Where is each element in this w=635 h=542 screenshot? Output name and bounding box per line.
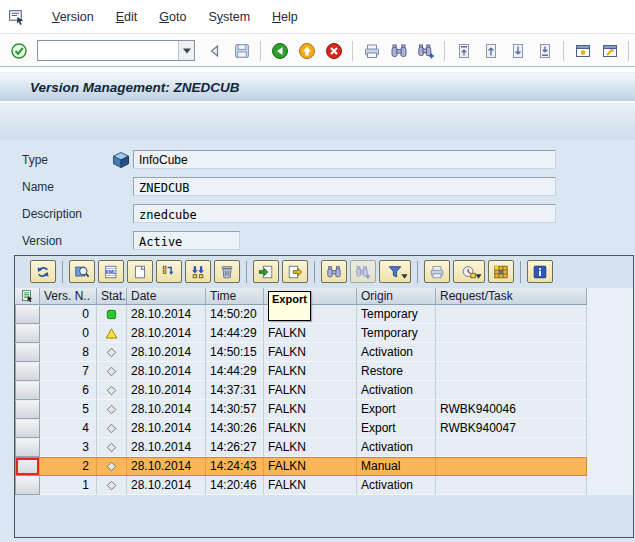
cell-time[interactable]: 14:26:27 [206, 438, 264, 457]
column-header-request_task[interactable]: Request/Task [436, 288, 587, 305]
find-button[interactable] [321, 260, 347, 283]
cell-request_task[interactable]: RWBK940047 [436, 419, 587, 438]
name-field[interactable]: ZNEDCUB [133, 177, 556, 196]
cell-date[interactable]: 28.10.2014 [127, 381, 206, 400]
row-selector[interactable] [15, 305, 40, 324]
menu-edit[interactable]: Edit [105, 7, 149, 27]
cell-exported_by[interactable]: FALKN [264, 438, 357, 457]
cell-version[interactable]: 1 [40, 476, 97, 495]
cell-exported_by[interactable]: FALKN [264, 457, 357, 476]
cell-request_task[interactable]: RWBK940046 [436, 400, 587, 419]
create-shortcut-button[interactable] [597, 39, 622, 63]
print-button[interactable] [359, 39, 384, 63]
cell-status[interactable] [97, 457, 127, 476]
cell-version[interactable]: 7 [40, 362, 97, 381]
row-selector[interactable] [15, 400, 40, 419]
cell-time[interactable]: 14:20:46 [206, 476, 264, 495]
menu-help[interactable]: Help [261, 7, 309, 27]
cell-origin[interactable]: Activation [357, 343, 436, 362]
print-button[interactable] [424, 260, 450, 283]
cell-date[interactable]: 28.10.2014 [127, 400, 206, 419]
cell-version[interactable]: 4 [40, 419, 97, 438]
command-dropdown-button[interactable] [178, 41, 194, 60]
cell-request_task[interactable] [436, 476, 587, 495]
cell-origin[interactable]: Temporary [357, 324, 436, 343]
cell-request_task[interactable] [436, 324, 587, 343]
cell-time[interactable]: 14:30:26 [206, 419, 264, 438]
create-version-button[interactable] [127, 260, 153, 283]
insert-version-button[interactable] [185, 260, 211, 283]
column-header-date[interactable]: Date [127, 288, 206, 305]
page-down-button[interactable] [505, 39, 530, 63]
cell-version[interactable]: 0 [40, 324, 97, 343]
export-version-button[interactable] [282, 260, 308, 283]
cell-version[interactable]: 0 [40, 305, 97, 324]
cell-date[interactable]: 28.10.2014 [127, 305, 206, 324]
new-session-button[interactable] [570, 39, 595, 63]
copy-version-button[interactable] [156, 260, 182, 283]
cell-time[interactable]: 14:24:43 [206, 457, 264, 476]
cell-origin[interactable]: Temporary [357, 305, 436, 324]
cell-status[interactable] [97, 305, 127, 324]
row-selector[interactable] [15, 381, 40, 400]
cancel-button[interactable] [321, 39, 346, 63]
cell-time[interactable]: 14:30:57 [206, 400, 264, 419]
save-button[interactable] [229, 39, 254, 63]
row-selector[interactable] [15, 438, 40, 457]
row-selector[interactable] [15, 419, 40, 438]
cell-date[interactable]: 28.10.2014 [127, 419, 206, 438]
cell-status[interactable] [97, 362, 127, 381]
cell-status[interactable] [97, 419, 127, 438]
filter-button[interactable] [379, 260, 411, 283]
cell-status[interactable] [97, 476, 127, 495]
cell-time[interactable]: 14:37:31 [206, 381, 264, 400]
cell-status[interactable] [97, 400, 127, 419]
column-header-origin[interactable]: Origin [357, 288, 436, 305]
page-up-button[interactable] [478, 39, 503, 63]
select-all-header[interactable] [15, 288, 40, 305]
cell-exported_by[interactable]: FALKN [264, 476, 357, 495]
cell-exported_by[interactable]: FALKN [264, 400, 357, 419]
table-settings-button[interactable] [488, 260, 514, 283]
find-next-button[interactable] [413, 39, 438, 63]
cell-version[interactable]: 8 [40, 343, 97, 362]
cell-version[interactable]: 5 [40, 400, 97, 419]
cell-exported_by[interactable]: FALKN [264, 362, 357, 381]
cell-status[interactable] [97, 343, 127, 362]
cell-request_task[interactable] [436, 362, 587, 381]
cell-version[interactable]: 6 [40, 381, 97, 400]
cell-version[interactable]: 3 [40, 438, 97, 457]
info-button[interactable] [527, 260, 553, 283]
row-selector[interactable] [15, 324, 40, 343]
cell-date[interactable]: 28.10.2014 [127, 438, 206, 457]
cell-origin[interactable]: Activation [357, 438, 436, 457]
command-field[interactable] [37, 40, 195, 61]
description-field[interactable]: znedcube [133, 204, 556, 223]
menu-system[interactable]: System [197, 7, 261, 27]
cell-status[interactable] [97, 381, 127, 400]
cell-origin[interactable]: Manual [357, 457, 436, 476]
cell-origin[interactable]: Export [357, 400, 436, 419]
row-selector[interactable] [15, 362, 40, 381]
cell-date[interactable]: 28.10.2014 [127, 324, 206, 343]
cell-time[interactable]: 14:44:29 [206, 324, 264, 343]
cell-exported_by[interactable]: FALKN [264, 324, 357, 343]
cell-request_task[interactable] [436, 457, 587, 476]
cell-origin[interactable]: Export [357, 419, 436, 438]
version-field[interactable]: Active [133, 231, 240, 250]
retrieve-version-button[interactable] [253, 260, 279, 283]
cell-time[interactable]: 14:44:29 [206, 362, 264, 381]
cell-date[interactable]: 28.10.2014 [127, 457, 206, 476]
cell-version[interactable]: 2 [40, 457, 97, 476]
delete-version-button[interactable] [214, 260, 240, 283]
type-field[interactable]: InfoCube [133, 150, 556, 169]
exit-button[interactable] [294, 39, 319, 63]
cell-time[interactable]: 14:50:20 [206, 305, 264, 324]
last-page-button[interactable] [532, 39, 557, 63]
cell-status[interactable] [97, 438, 127, 457]
cell-exported_by[interactable]: FALKN [264, 419, 357, 438]
refresh-button[interactable] [30, 260, 56, 283]
xml-export-button[interactable]: XML [98, 260, 124, 283]
column-header-status[interactable]: Stat.. [97, 288, 127, 305]
first-page-button[interactable] [451, 39, 476, 63]
